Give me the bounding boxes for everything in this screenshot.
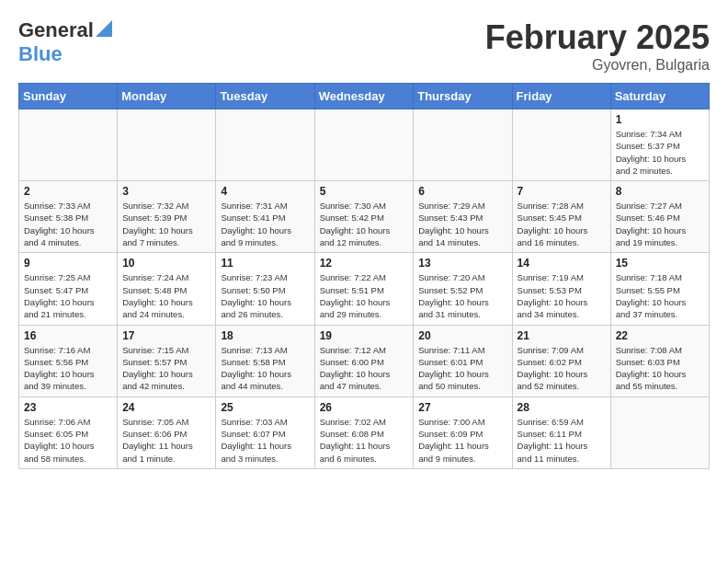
calendar-cell: 16Sunrise: 7:16 AMSunset: 5:56 PMDayligh… [19,325,118,396]
calendar-cell [118,109,216,181]
day-info: Sunrise: 7:30 AMSunset: 5:42 PMDaylight:… [320,200,409,248]
day-number: 28 [518,401,606,414]
day-number: 25 [221,401,309,414]
day-number: 24 [122,401,210,414]
day-info: Sunrise: 7:20 AMSunset: 5:52 PMDaylight:… [418,271,506,320]
day-number: 12 [320,257,409,270]
day-number: 5 [320,185,409,198]
calendar-cell: 1Sunrise: 7:34 AMSunset: 5:37 PMDaylight… [610,109,709,181]
calendar-cell: 5Sunrise: 7:30 AMSunset: 5:42 PMDaylight… [314,181,414,253]
day-number: 4 [221,185,309,198]
calendar-cell [216,109,314,181]
day-number: 7 [518,185,606,198]
calendar-cell: 25Sunrise: 7:03 AMSunset: 6:07 PMDayligh… [216,396,314,468]
calendar-cell: 14Sunrise: 7:19 AMSunset: 5:53 PMDayligh… [512,253,610,325]
calendar-cell [19,109,118,181]
calendar-cell: 3Sunrise: 7:32 AMSunset: 5:39 PMDaylight… [118,181,216,253]
day-number: 21 [518,329,606,342]
day-number: 26 [320,401,409,414]
calendar-cell: 19Sunrise: 7:12 AMSunset: 6:00 PMDayligh… [314,325,414,396]
weekday-header-thursday: Thursday [414,84,512,109]
calendar-cell [414,109,512,181]
logo-text: General Blue [18,18,112,66]
calendar-cell: 24Sunrise: 7:05 AMSunset: 6:06 PMDayligh… [118,396,216,468]
calendar-cell [314,109,414,181]
calendar: SundayMondayTuesdayWednesdayThursdayFrid… [18,83,710,469]
day-number: 14 [518,257,606,270]
day-info: Sunrise: 7:11 AMSunset: 6:01 PMDaylight:… [418,344,506,393]
weekday-header-sunday: Sunday [19,84,118,109]
calendar-cell: 27Sunrise: 7:00 AMSunset: 6:09 PMDayligh… [414,396,512,468]
day-info: Sunrise: 6:59 AMSunset: 6:11 PMDaylight:… [518,416,606,465]
calendar-cell: 2Sunrise: 7:33 AMSunset: 5:38 PMDaylight… [19,181,118,253]
weekday-header-monday: Monday [118,84,216,109]
week-row-4: 16Sunrise: 7:16 AMSunset: 5:56 PMDayligh… [19,325,710,396]
month-title: February 2025 [485,18,710,57]
day-info: Sunrise: 7:16 AMSunset: 5:56 PMDaylight:… [24,344,112,393]
day-number: 18 [221,329,309,342]
day-number: 17 [122,329,210,342]
day-number: 3 [122,185,210,198]
day-info: Sunrise: 7:02 AMSunset: 6:08 PMDaylight:… [320,416,409,465]
day-info: Sunrise: 7:13 AMSunset: 5:58 PMDaylight:… [221,344,309,393]
day-info: Sunrise: 7:32 AMSunset: 5:39 PMDaylight:… [122,200,210,248]
day-number: 9 [24,257,112,270]
day-number: 20 [418,329,506,342]
day-info: Sunrise: 7:15 AMSunset: 5:57 PMDaylight:… [122,344,210,393]
day-info: Sunrise: 7:34 AMSunset: 5:37 PMDaylight:… [616,128,704,177]
day-info: Sunrise: 7:19 AMSunset: 5:53 PMDaylight:… [518,271,606,320]
logo-icon [96,20,112,37]
calendar-cell: 4Sunrise: 7:31 AMSunset: 5:41 PMDaylight… [216,181,314,253]
day-info: Sunrise: 7:29 AMSunset: 5:43 PMDaylight:… [418,200,506,248]
calendar-cell: 9Sunrise: 7:25 AMSunset: 5:47 PMDaylight… [19,253,118,325]
day-info: Sunrise: 7:22 AMSunset: 5:51 PMDaylight:… [320,271,409,320]
weekday-header-tuesday: Tuesday [216,84,314,109]
calendar-cell: 13Sunrise: 7:20 AMSunset: 5:52 PMDayligh… [414,253,512,325]
title-section: February 2025 Gyovren, Bulgaria [485,18,710,74]
calendar-cell: 15Sunrise: 7:18 AMSunset: 5:55 PMDayligh… [610,253,709,325]
day-info: Sunrise: 7:05 AMSunset: 6:06 PMDaylight:… [122,416,210,465]
day-info: Sunrise: 7:06 AMSunset: 6:05 PMDaylight:… [24,416,112,465]
calendar-cell: 22Sunrise: 7:08 AMSunset: 6:03 PMDayligh… [610,325,709,396]
day-info: Sunrise: 7:23 AMSunset: 5:50 PMDaylight:… [221,271,309,320]
week-row-2: 2Sunrise: 7:33 AMSunset: 5:38 PMDaylight… [19,181,710,253]
day-number: 27 [418,401,506,414]
day-info: Sunrise: 7:25 AMSunset: 5:47 PMDaylight:… [24,271,112,320]
calendar-cell: 18Sunrise: 7:13 AMSunset: 5:58 PMDayligh… [216,325,314,396]
header: General Blue February 2025 Gyovren, Bulg… [18,18,710,74]
location-title: Gyovren, Bulgaria [485,57,710,74]
day-info: Sunrise: 7:18 AMSunset: 5:55 PMDaylight:… [616,271,704,320]
calendar-cell: 11Sunrise: 7:23 AMSunset: 5:50 PMDayligh… [216,253,314,325]
day-number: 23 [24,401,112,414]
calendar-cell [610,396,709,468]
week-row-3: 9Sunrise: 7:25 AMSunset: 5:47 PMDaylight… [19,253,710,325]
week-row-1: 1Sunrise: 7:34 AMSunset: 5:37 PMDaylight… [19,109,710,181]
day-number: 16 [24,329,112,342]
day-info: Sunrise: 7:12 AMSunset: 6:00 PMDaylight:… [320,344,409,393]
calendar-cell: 10Sunrise: 7:24 AMSunset: 5:48 PMDayligh… [118,253,216,325]
day-info: Sunrise: 7:27 AMSunset: 5:46 PMDaylight:… [616,200,704,248]
calendar-cell: 17Sunrise: 7:15 AMSunset: 5:57 PMDayligh… [118,325,216,396]
calendar-cell: 26Sunrise: 7:02 AMSunset: 6:08 PMDayligh… [314,396,414,468]
calendar-cell: 23Sunrise: 7:06 AMSunset: 6:05 PMDayligh… [19,396,118,468]
day-info: Sunrise: 7:08 AMSunset: 6:03 PMDaylight:… [616,344,704,393]
logo: General Blue [18,18,112,66]
calendar-cell: 12Sunrise: 7:22 AMSunset: 5:51 PMDayligh… [314,253,414,325]
day-info: Sunrise: 7:00 AMSunset: 6:09 PMDaylight:… [418,416,506,465]
day-number: 22 [616,329,704,342]
calendar-cell: 7Sunrise: 7:28 AMSunset: 5:45 PMDaylight… [512,181,610,253]
day-number: 15 [616,257,704,270]
day-info: Sunrise: 7:28 AMSunset: 5:45 PMDaylight:… [518,200,606,248]
day-number: 6 [418,185,506,198]
day-number: 19 [320,329,409,342]
day-number: 10 [122,257,210,270]
weekday-header-saturday: Saturday [610,84,709,109]
calendar-cell: 20Sunrise: 7:11 AMSunset: 6:01 PMDayligh… [414,325,512,396]
day-number: 8 [616,185,704,198]
day-number: 11 [221,257,309,270]
weekday-header-row: SundayMondayTuesdayWednesdayThursdayFrid… [19,84,710,109]
calendar-cell [512,109,610,181]
weekday-header-wednesday: Wednesday [314,84,414,109]
weekday-header-friday: Friday [512,84,610,109]
week-row-5: 23Sunrise: 7:06 AMSunset: 6:05 PMDayligh… [19,396,710,468]
